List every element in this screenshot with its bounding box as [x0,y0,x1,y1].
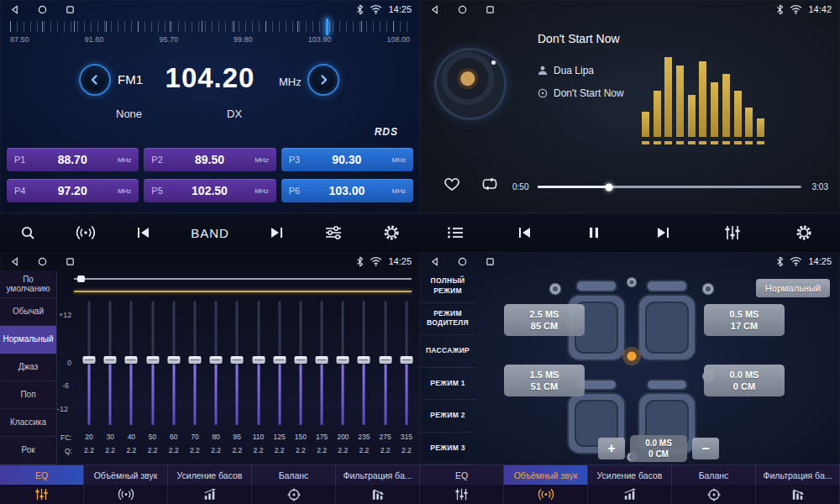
eq-slider-handle[interactable] [252,356,265,364]
eq-slider-handle[interactable] [167,356,180,364]
eq-slider-handle[interactable] [83,356,96,364]
tab-bass-boost[interactable]: Усиление басов [168,465,252,485]
eq-band-slider[interactable] [313,301,330,425]
favorite-heart-icon[interactable] [444,176,460,192]
preset-button[interactable]: P4 97.20 MHz [7,179,139,202]
surround-sound-icon[interactable] [84,485,168,504]
band-button[interactable]: BAND [191,226,229,240]
balance-icon[interactable] [252,485,336,504]
tab-filter[interactable]: Фильтрация ба... [756,465,840,485]
home-icon[interactable] [458,5,467,14]
eq-adjust-icon[interactable] [324,225,343,240]
playlist-icon[interactable] [447,226,464,239]
eq-slider-handle[interactable] [104,356,117,364]
eq-band-slider[interactable] [228,301,245,425]
pause-icon[interactable] [587,226,601,239]
tab-surround[interactable]: Объёмный звук [504,465,588,485]
eq-sliders-icon[interactable] [0,485,84,504]
eq-slider-handle[interactable] [146,356,159,364]
eq-band-slider[interactable] [292,301,309,425]
balance-icon[interactable] [672,485,756,504]
album-art[interactable] [437,50,504,118]
eq-preset-item[interactable]: Поп [0,381,56,409]
scan-icon[interactable] [19,224,36,241]
back-icon[interactable] [430,257,439,266]
eq-slider-handle[interactable] [358,356,370,364]
progress-bar[interactable] [538,186,801,188]
eq-band-slider[interactable] [250,301,267,425]
preset-button[interactable]: P3 90.30 MHz [281,148,413,171]
delay-rear-right[interactable]: 0.0 MS 0 CM [704,365,785,396]
surround-mode-item[interactable]: ПАССАЖИР [420,335,475,368]
eq-slider-handle[interactable] [188,356,201,364]
surround-mode-item[interactable]: ПОЛНЫЙ РЕЖИМ [420,270,475,303]
eq-slider-handle[interactable] [400,356,412,364]
prev-icon[interactable] [517,226,533,239]
eq-sliders-icon[interactable] [420,485,504,504]
profile-button[interactable]: Нормальный [756,279,830,297]
eq-preset-item[interactable]: Обычай [0,298,56,326]
home-icon[interactable] [38,5,47,14]
bass-boost-icon[interactable] [588,485,672,504]
prev-icon[interactable] [135,226,152,239]
eq-band-slider[interactable] [123,301,139,425]
home-icon[interactable] [458,257,467,266]
tab-eq[interactable]: EQ [420,465,504,485]
surround-mode-item[interactable]: РЕЖИМ 3 [420,433,475,465]
frequency-scale[interactable]: 87.5091.6095.7099.80103.90108.00 [10,21,410,51]
eq-scroll-track[interactable] [74,278,412,280]
preset-button[interactable]: P6 103.00 MHz [281,179,413,202]
eq-preset-item[interactable]: По умолчанию [0,270,56,298]
filter-icon[interactable] [336,485,420,504]
preset-button[interactable]: P1 88.70 MHz [7,148,139,171]
repeat-icon[interactable] [480,177,499,191]
eq-slider-handle[interactable] [273,356,286,364]
eq-band-slider[interactable] [377,301,394,425]
delay-increase-button[interactable]: + [598,438,625,459]
surround-sound-icon[interactable] [504,485,588,504]
settings-gear-icon[interactable] [795,223,813,242]
back-icon[interactable] [430,5,439,14]
tune-up-button[interactable] [307,64,339,96]
back-icon[interactable] [10,5,19,14]
eq-band-slider[interactable] [102,301,118,425]
eq-preset-item[interactable]: Рок [0,437,56,465]
tab-surround[interactable]: Объёмный звук [84,465,168,485]
surround-mode-item[interactable]: РЕЖИМ 1 [420,368,475,401]
next-icon[interactable] [268,226,285,239]
progress-knob[interactable] [605,183,612,191]
tab-filter[interactable]: Фильтрация ба... [336,465,420,485]
eq-slider-handle[interactable] [294,356,307,364]
eq-slider-handle[interactable] [231,356,244,364]
tab-balance[interactable]: Баланс [252,465,336,485]
recents-icon[interactable] [66,5,75,14]
preset-button[interactable]: P2 89.50 MHz [144,148,276,171]
filter-icon[interactable] [756,485,840,504]
surround-mode-item[interactable]: РЕЖИМ 2 [420,400,475,433]
eq-band-slider[interactable] [398,301,415,425]
tab-bass-boost[interactable]: Усиление басов [588,465,672,485]
eq-preset-item[interactable]: Классика [0,409,56,437]
eq-band-slider[interactable] [144,301,161,425]
back-icon[interactable] [10,257,19,266]
eq-slider-handle[interactable] [316,356,328,364]
eq-slider-handle[interactable] [210,356,223,364]
eq-band-slider[interactable] [81,301,97,425]
settings-gear-icon[interactable] [382,223,401,242]
delay-rear-left[interactable]: 1.5 MS 51 CM [504,365,585,396]
eq-band-slider[interactable] [334,301,351,425]
home-icon[interactable] [38,257,47,266]
surround-mode-item[interactable]: РЕЖИМ ВОДИТЕЛЯ [420,303,475,336]
recents-icon[interactable] [66,257,75,266]
eq-slider-handle[interactable] [125,356,138,364]
eq-slider-handle[interactable] [379,356,391,364]
tab-eq[interactable]: EQ [0,465,84,485]
delay-decrease-button[interactable]: − [692,438,719,459]
next-icon[interactable] [654,226,671,239]
tab-balance[interactable]: Баланс [672,465,756,485]
delay-front-left[interactable]: 2.5 MS 85 CM [504,304,585,336]
eq-band-slider[interactable] [355,301,372,425]
broadcast-icon[interactable] [76,225,96,240]
delay-front-right[interactable]: 0.5 MS 17 CM [704,304,785,336]
eq-preset-item[interactable]: Джаз [0,354,56,381]
